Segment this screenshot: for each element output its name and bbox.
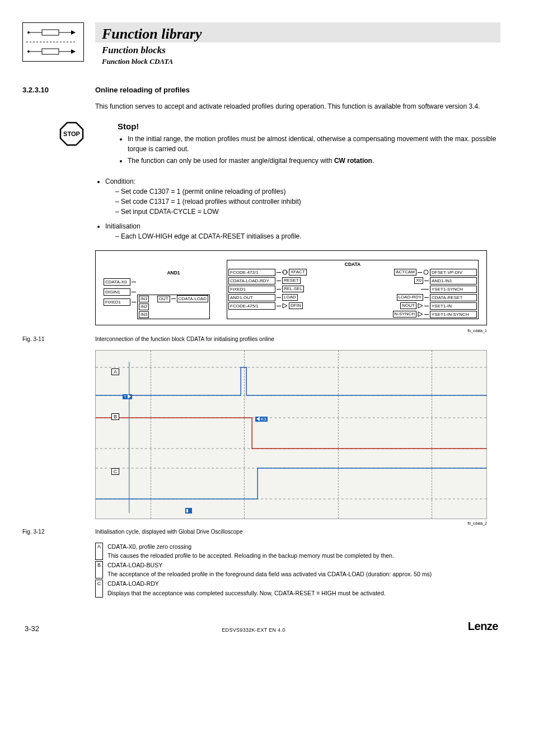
section-icon [22, 22, 84, 62]
brand-logo: Lenze [468, 620, 498, 633]
cursor-t: T [123, 394, 132, 399]
condition-heading: Condition: [105, 178, 135, 185]
page-subtitle-1: Function blocks [102, 45, 500, 56]
svg-marker-16 [283, 304, 287, 308]
legend-c-desc: Displays that the acceptance was complet… [107, 589, 500, 598]
svg-text:STOP: STOP [63, 130, 80, 137]
cursor-k3: K3 [255, 417, 268, 422]
overview-marker [185, 507, 192, 515]
legend-c-title: CDATA-LOAD-RDY [107, 580, 500, 588]
svg-point-17 [424, 270, 428, 274]
svg-rect-28 [186, 509, 188, 512]
diagram-file-label: fb_cdata_1 [95, 329, 487, 333]
legend-tag-b: B [95, 561, 103, 578]
page-number: 3-32 [25, 624, 39, 633]
svg-point-0 [27, 31, 30, 34]
section-title: Online reloading of profiles [95, 86, 500, 94]
init-heading: Initialisation [105, 222, 140, 230]
section-number: 3.2.3.10 [22, 86, 84, 94]
oscilloscope-chart: A B C T K3 [95, 350, 487, 519]
legend-b-desc: The acceptance of the reloaded profile i… [107, 570, 500, 578]
stop-heading: Stop! [118, 122, 500, 131]
legend-tag-c: C [95, 580, 103, 597]
document-id: EDSVS9332K-EXT EN 4.0 [222, 627, 285, 633]
condition-item: Set code C1307 = 1 (permit online reload… [115, 188, 500, 195]
legend-a-desc: This causes the reloaded profile to be a… [107, 552, 500, 560]
legend-tag-a: A [95, 543, 103, 560]
svg-rect-2 [42, 30, 59, 35]
track-label-c: C [111, 468, 119, 475]
figure-caption: Interconnection of the function block CD… [95, 336, 500, 342]
legend-a-title: CDATA-X0, profile zero crossing [107, 543, 500, 551]
condition-item: Set input CDATA-CYCLE = LOW [115, 208, 500, 216]
legend-b-title: CDATA-LOAD-BUSY [107, 561, 500, 570]
svg-marker-18 [418, 304, 423, 308]
track-label-b: B [111, 413, 119, 420]
stop-bullet-1: In the initial range, the motion profile… [128, 134, 500, 154]
scope-file-label: fb_cdata_2 [95, 521, 487, 525]
track-label-a: A [111, 368, 119, 375]
page-subtitle-2: Function block CDATA [102, 57, 500, 66]
svg-marker-10 [71, 49, 76, 54]
condition-item: Set code C1317 = 1 (reload profiles with… [115, 198, 500, 206]
stop-bullet-2: The function can only be used for master… [128, 156, 500, 166]
figure-number: Fig. 3-12 [22, 529, 84, 535]
svg-rect-27 [185, 508, 192, 514]
svg-point-6 [27, 50, 30, 53]
init-item: Each LOW-HIGH edge at CDATA-RESET initia… [115, 232, 500, 240]
stop-icon: STOP [59, 122, 84, 146]
block-diagram: CDATA-X0 DIGIN1 FIXED1 AND1 IN1 OUTCDATA… [95, 250, 487, 325]
page-title: Function library [95, 22, 500, 43]
figure-caption: Initialisation cycle, displayed with Glo… [95, 529, 500, 535]
svg-marker-4 [71, 30, 76, 35]
svg-rect-8 [42, 49, 59, 54]
figure-number: Fig. 3-11 [22, 336, 84, 342]
section-intro: This function serves to accept and activ… [95, 102, 500, 111]
svg-marker-19 [418, 312, 423, 316]
